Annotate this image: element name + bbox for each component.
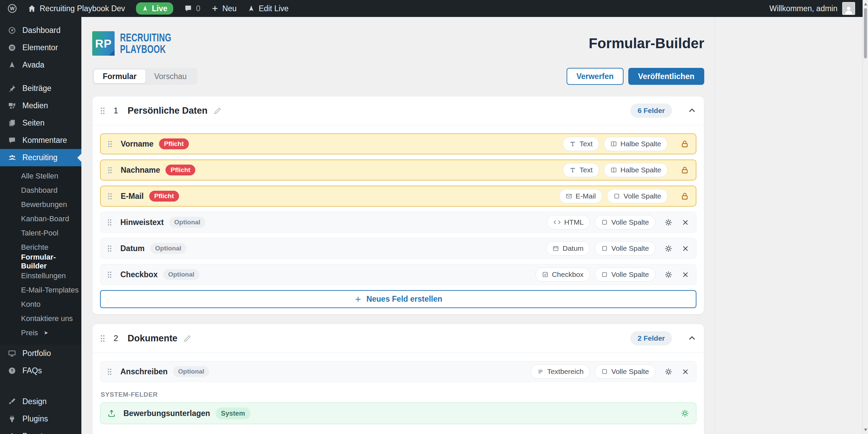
sidebar-item-beitraege[interactable]: Beiträge xyxy=(0,80,81,97)
textarea-icon xyxy=(537,368,544,375)
form-builder-app: RP RECRUITING PLAYBOOK Formular-Builder … xyxy=(92,17,704,434)
chevron-up-icon[interactable] xyxy=(688,334,696,343)
field-width-chip: Volle Spalte xyxy=(595,267,655,282)
sidebar-item-elementor[interactable]: Elementor xyxy=(0,39,81,56)
new-content-link[interactable]: Neu xyxy=(211,4,237,13)
page-header: RP RECRUITING PLAYBOOK Formular-Builder xyxy=(92,31,704,56)
sidebar-item-plugins[interactable]: Plugins xyxy=(0,410,81,428)
sidebar-item-avada[interactable]: Avada xyxy=(0,56,81,74)
add-field-button[interactable]: Neues Feld erstellen xyxy=(100,290,696,308)
edit-live-link[interactable]: Edit Live xyxy=(248,4,289,13)
submenu-alle-stellen[interactable]: Alle Stellen xyxy=(0,169,81,183)
field-label: Vorname xyxy=(121,139,154,149)
sidebar-item-benutzer[interactable]: Benutzer xyxy=(0,428,81,434)
section-title: Dokumente xyxy=(127,333,177,344)
field-settings-button[interactable] xyxy=(664,270,673,279)
field-label: Datum xyxy=(120,244,145,253)
avada-live-badge[interactable]: Live xyxy=(136,2,173,15)
chevron-up-icon[interactable] xyxy=(688,106,696,115)
sidebar-item-seiten[interactable]: Seiten xyxy=(0,114,81,132)
scroll-up-arrow[interactable] xyxy=(864,3,867,5)
drag-handle-icon[interactable] xyxy=(100,335,105,342)
screen: W Recruiting Playbook Dev Live 0 xyxy=(0,0,868,434)
optional-badge: Optional xyxy=(169,217,205,228)
field-settings-button[interactable] xyxy=(680,409,689,418)
field-remove-button[interactable] xyxy=(682,368,689,376)
dashboard-gauge-icon xyxy=(8,26,16,34)
field-settings-button[interactable] xyxy=(664,218,673,227)
section-body: Vorname Pflicht Text Halbe Spalte xyxy=(93,125,704,314)
submenu-email-templates[interactable]: E-Mail-Templates xyxy=(0,283,81,297)
drag-handle-icon[interactable] xyxy=(107,271,112,278)
comment-bubble-icon xyxy=(184,4,192,13)
wordpress-menu[interactable]: W xyxy=(7,4,17,13)
tab-formular[interactable]: Formular xyxy=(94,70,145,83)
submenu-konto[interactable]: Konto xyxy=(0,297,81,312)
account-menu[interactable]: Willkommen, admin xyxy=(769,2,855,15)
submenu-kanban-board[interactable]: Kanban-Board xyxy=(0,212,81,226)
app-right-edge xyxy=(714,17,715,434)
avada-icon xyxy=(248,5,255,12)
discard-button[interactable]: Verwerfen xyxy=(567,68,624,85)
field-settings-button[interactable] xyxy=(664,367,673,376)
admin-sidebar: Dashboard Elementor Avada Beiträge Medie… xyxy=(0,17,81,434)
submenu-talent-pool[interactable]: Talent-Pool xyxy=(0,226,81,240)
drag-handle-icon[interactable] xyxy=(107,219,112,226)
lock-icon xyxy=(680,166,689,174)
drag-handle-icon[interactable] xyxy=(107,193,112,200)
submenu-dashboard[interactable]: Dashboard xyxy=(0,183,81,197)
submenu-berichte[interactable]: Berichte xyxy=(0,240,81,254)
field-remove-button[interactable] xyxy=(682,219,689,226)
field-width-chip: Volle Spalte xyxy=(595,364,655,379)
envelope-icon xyxy=(566,193,572,200)
scroll-down-arrow[interactable] xyxy=(864,429,867,431)
drag-handle-icon[interactable] xyxy=(107,140,112,148)
sidebar-separator xyxy=(0,74,81,80)
scrollbar-thumb[interactable] xyxy=(864,8,867,58)
submenu-einstellungen[interactable]: Einstellungen xyxy=(0,269,81,283)
section-header: 1 Persönliche Daten 6 Felder xyxy=(93,96,704,125)
comments-link[interactable]: 0 xyxy=(184,4,200,13)
field-settings-button[interactable] xyxy=(664,244,673,253)
svg-text:W: W xyxy=(10,6,15,11)
sidebar-item-recruiting[interactable]: Recruiting xyxy=(0,149,81,166)
sidebar-item-dashboard[interactable]: Dashboard xyxy=(0,22,81,39)
field-remove-button[interactable] xyxy=(682,271,689,279)
field-row-anschreiben: Anschreiben Optional Textbereich Volle S… xyxy=(100,361,696,382)
field-type-chip: Text xyxy=(563,137,599,151)
arrow-right-icon xyxy=(43,330,49,336)
toolbar-actions: Verwerfen Veröffentlichen xyxy=(567,68,704,85)
system-badge: System xyxy=(216,408,251,419)
publish-button[interactable]: Veröffentlichen xyxy=(628,68,704,85)
required-badge: Pflicht xyxy=(165,165,195,175)
edit-pencil-icon[interactable] xyxy=(183,334,192,342)
site-name-link[interactable]: Recruiting Playbook Dev xyxy=(28,4,125,13)
new-label: Neu xyxy=(222,4,237,13)
drag-handle-icon[interactable] xyxy=(107,368,112,375)
pushpin-icon xyxy=(8,84,16,92)
section-number: 2 xyxy=(114,334,118,343)
sidebar-item-kommentare[interactable]: Kommentare xyxy=(0,132,81,149)
edit-pencil-icon[interactable] xyxy=(214,107,222,115)
recruiting-submenu: Alle Stellen Dashboard Bewerbungen Kanba… xyxy=(0,166,81,345)
sidebar-item-faqs[interactable]: ? FAQs xyxy=(0,362,81,379)
submenu-kontaktiere-uns[interactable]: Kontaktiere uns xyxy=(0,312,81,326)
page-title: Formular-Builder xyxy=(589,35,704,52)
section-title: Persönliche Daten xyxy=(127,106,208,116)
field-remove-button[interactable] xyxy=(682,245,689,252)
field-label: E-Mail xyxy=(121,192,144,201)
field-row-email: E-Mail Pflicht E-Mail Volle Spalte xyxy=(100,186,696,207)
sidebar-item-design[interactable]: Design xyxy=(0,393,81,410)
drag-handle-icon[interactable] xyxy=(100,107,105,115)
submenu-preis[interactable]: Preis xyxy=(0,326,81,340)
drag-handle-icon[interactable] xyxy=(107,245,112,252)
media-icon xyxy=(8,102,16,110)
submenu-bewerbungen[interactable]: Bewerbungen xyxy=(0,197,81,212)
sidebar-separator xyxy=(0,379,81,393)
drag-handle-icon[interactable] xyxy=(107,167,112,174)
tab-vorschau[interactable]: Vorschau xyxy=(145,70,196,83)
sidebar-item-portfolio[interactable]: Portfolio xyxy=(0,345,81,362)
submenu-formular-builder[interactable]: Formular-Builder xyxy=(0,254,81,269)
sidebar-item-medien[interactable]: Medien xyxy=(0,97,81,114)
section-number: 1 xyxy=(114,106,118,115)
